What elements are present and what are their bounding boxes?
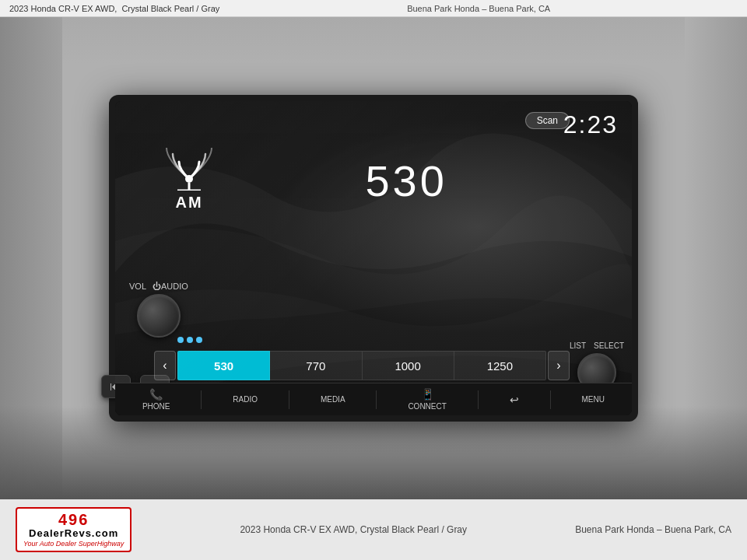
menu-button[interactable]: MENU bbox=[574, 395, 612, 404]
screen-inner: 2:23 Scan bbox=[115, 101, 632, 415]
preset-stations: 530 770 1000 1250 bbox=[177, 351, 546, 380]
main-photo-area: ⏮ ⏭ 2:23 Scan bbox=[0, 17, 747, 499]
bottom-strip: 496 DealerRevs.com Your Auto Dealer Supe… bbox=[0, 499, 747, 560]
frequency-display: 530 bbox=[365, 156, 447, 206]
divider-1 bbox=[201, 390, 202, 409]
phone-label: PHONE bbox=[142, 402, 170, 411]
back-button[interactable]: ↩ bbox=[502, 394, 527, 406]
top-bar: 2023 Honda CR-V EX AWD, Crystal Black Pe… bbox=[0, 0, 747, 17]
radio-signal-icon bbox=[162, 148, 216, 191]
infotainment-wrapper: ⏮ ⏭ 2:23 Scan bbox=[78, 56, 669, 460]
scan-button[interactable]: Scan bbox=[525, 112, 570, 129]
preset-dot-1 bbox=[177, 337, 184, 343]
preset-bar: ‹ 530 770 1000 1250 › bbox=[154, 351, 570, 380]
dealer-logo-number: 496 bbox=[58, 512, 89, 527]
svg-point-0 bbox=[185, 175, 193, 183]
top-bar-left: 2023 Honda CR-V EX AWD, Crystal Black Pe… bbox=[9, 4, 219, 13]
vol-knob[interactable] bbox=[137, 294, 181, 338]
divider-2 bbox=[289, 390, 289, 409]
preset-prev-button[interactable]: ‹ bbox=[154, 351, 176, 380]
preset-item-770[interactable]: 770 bbox=[270, 351, 362, 380]
connect-button[interactable]: 📱 CONNECT bbox=[400, 388, 454, 411]
list-select-labels: LIST SELECT bbox=[570, 341, 624, 350]
connect-label: CONNECT bbox=[408, 402, 446, 411]
preset-item-1250[interactable]: 1250 bbox=[454, 351, 546, 380]
dealer-logo-tagline: Your Auto Dealer SuperHighway bbox=[23, 540, 124, 548]
preset-next-button[interactable]: › bbox=[548, 351, 570, 380]
bottom-caption-left: 2023 Honda CR-V EX AWD, Crystal Black Pe… bbox=[240, 524, 467, 535]
am-icon-area: AM bbox=[162, 148, 216, 212]
top-bar-dealer: Buena Park Honda – Buena Park, CA bbox=[407, 4, 550, 13]
audio-label: ⏻AUDIO bbox=[153, 282, 188, 291]
radio-button[interactable]: RADIO bbox=[225, 395, 265, 404]
media-button[interactable]: MEDIA bbox=[313, 395, 353, 404]
connect-icon: 📱 bbox=[421, 388, 434, 401]
radio-label: RADIO bbox=[233, 395, 258, 404]
dealer-logo-area: 496 DealerRevs.com Your Auto Dealer Supe… bbox=[16, 507, 132, 552]
preset-dot-3 bbox=[196, 337, 202, 343]
preset-item-1000[interactable]: 1000 bbox=[363, 351, 454, 380]
bottom-caption-right: Buena Park Honda – Buena Park, CA bbox=[575, 524, 731, 535]
divider-3 bbox=[376, 390, 377, 409]
menu-label: MENU bbox=[582, 395, 605, 404]
phone-button[interactable]: 📞 PHONE bbox=[135, 388, 178, 411]
vol-label: VOL bbox=[129, 282, 146, 291]
preset-dots bbox=[177, 337, 202, 343]
vehicle-color: Crystal Black Pearl / Gray bbox=[121, 4, 219, 13]
dealer-logo-site: DealerRevs.com bbox=[29, 527, 118, 539]
phone-icon: 📞 bbox=[149, 388, 163, 401]
preset-dot-2 bbox=[187, 337, 193, 343]
am-label: AM bbox=[175, 194, 202, 212]
bottom-button-bar: 📞 PHONE RADIO MEDIA 📱 CONNECT bbox=[115, 383, 632, 415]
back-icon: ↩ bbox=[510, 394, 519, 406]
vehicle-title: 2023 Honda CR-V EX AWD, bbox=[9, 4, 117, 13]
clock-display: 2:23 bbox=[563, 110, 618, 139]
preset-item-530[interactable]: 530 bbox=[177, 351, 270, 380]
select-label: SELECT bbox=[594, 341, 624, 350]
screen-bezel: 2:23 Scan bbox=[109, 95, 638, 422]
list-label: LIST bbox=[570, 341, 586, 350]
vol-audio-area: VOL ⏻AUDIO bbox=[129, 282, 188, 338]
divider-4 bbox=[478, 390, 479, 409]
dealer-logo-box: 496 DealerRevs.com Your Auto Dealer Supe… bbox=[16, 507, 132, 552]
vol-audio-labels: VOL ⏻AUDIO bbox=[129, 282, 188, 291]
media-label: MEDIA bbox=[321, 395, 345, 404]
divider-5 bbox=[550, 390, 551, 409]
